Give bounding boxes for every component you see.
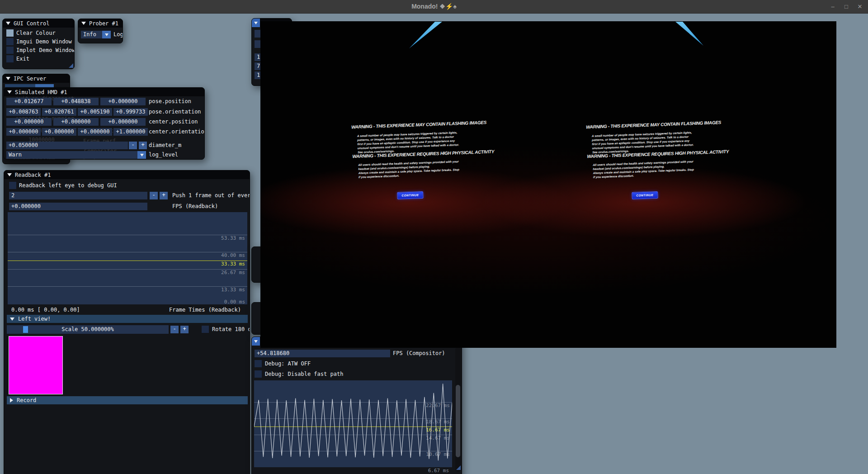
implot-demo-checkbox[interactable]: [6, 47, 14, 54]
exit-checkbox[interactable]: [6, 55, 14, 62]
vr-right-eye-warning: WARNING - THIS EXPERIENCE MAY CONTAIN FL…: [586, 118, 702, 209]
collapse-icon[interactable]: [7, 90, 12, 94]
collapse-icon[interactable]: [81, 22, 86, 25]
pose-orientation-w[interactable]: +0.999733: [113, 108, 148, 116]
desktop: { "titlebar": { "title": "Monado! ❖⚡♠", …: [0, 0, 868, 474]
pose-orientation-y[interactable]: +0.020761: [42, 108, 76, 116]
prober-title: Prober #1: [89, 20, 118, 27]
readback-window[interactable]: Readback #1 Readback left eye to debug G…: [4, 170, 250, 474]
prober-log-combo[interactable]: Info: [81, 31, 111, 38]
imgui-demo-label: Imgui Demo Window: [16, 38, 72, 46]
pose-position-z[interactable]: +0.000000: [100, 98, 146, 105]
collapse-icon[interactable]: [7, 173, 12, 176]
slider-grab[interactable]: [23, 326, 28, 333]
log-level-label: log_level: [149, 151, 178, 159]
center-orientation-z[interactable]: +0.000000: [78, 128, 112, 136]
rotate-180-checkbox[interactable]: [202, 326, 209, 333]
prober-window[interactable]: Prober #1 Info Log: [78, 19, 123, 43]
combo-arrow[interactable]: [137, 151, 146, 159]
center-orientation-w[interactable]: +1.000000: [113, 128, 148, 136]
debug-atw-checkbox[interactable]: [255, 360, 262, 367]
pose-position-y[interactable]: +0.048838: [53, 98, 99, 105]
tick-label: 6.67 ms: [428, 468, 449, 474]
tick-label: 40.00 ms: [221, 252, 245, 258]
debug-fast-path-checkbox[interactable]: [255, 370, 262, 378]
pose-position-label: pose.position: [149, 98, 191, 105]
chevron-right-icon: [10, 398, 13, 403]
gridline: [8, 286, 247, 287]
compositor-window[interactable]: +54.818680 FPS (Compositor) Debug: ATW O…: [251, 337, 462, 474]
continue-button[interactable]: CONTINUE: [397, 191, 424, 199]
center-orientation-y[interactable]: +0.000000: [42, 128, 76, 136]
push-frames-plus-button[interactable]: +: [160, 192, 168, 199]
scale-plus-button[interactable]: +: [180, 326, 189, 333]
tick-label: 53.33 ms: [221, 235, 245, 241]
readback-title: Readback #1: [15, 172, 51, 178]
gui-control-titlebar[interactable]: GUI Control: [3, 19, 74, 28]
readback-titlebar[interactable]: Readback #1: [4, 171, 250, 179]
scrollbar-thumb[interactable]: [456, 385, 460, 457]
streak-right-eye: [675, 22, 703, 46]
pose-orientation-label: pose.orientation: [149, 108, 201, 116]
collapse-icon[interactable]: [6, 22, 10, 25]
prober-titlebar[interactable]: Prober #1: [78, 19, 123, 28]
ipc-server-titlebar[interactable]: IPC Server: [3, 74, 70, 83]
log-level-combo[interactable]: Warn: [6, 151, 146, 159]
collapse-icon[interactable]: [6, 77, 10, 80]
os-titlebar[interactable]: Monado! ❖⚡♠ – □ ✕: [0, 0, 868, 14]
fps-readback-label: FPS (Readback): [172, 203, 218, 210]
left-view-title: Left view!: [18, 316, 51, 322]
imgui-demo-checkbox[interactable]: [6, 38, 14, 45]
push-frames-input[interactable]: 2: [9, 192, 147, 199]
left-view-header[interactable]: Left view!: [7, 315, 248, 323]
continue-button[interactable]: CONTINUE: [632, 191, 658, 199]
warning-activity-body: All users should read the health and saf…: [593, 159, 695, 179]
gridline: [8, 252, 247, 252]
gui-control-window[interactable]: GUI Control Clear Colour Imgui Demo Wind…: [2, 19, 75, 69]
resize-grip[interactable]: [69, 63, 73, 68]
fps-compositor-field[interactable]: +54.818680: [255, 350, 390, 357]
diameter-input[interactable]: +0.050000: [6, 142, 128, 149]
record-title: Record: [17, 397, 36, 403]
scale-slider[interactable]: Scale 50.000000%: [7, 325, 169, 334]
warning-flashing-title: WARNING - THIS EXPERIENCE MAY CONTAIN FL…: [351, 121, 464, 130]
readback-left-eye-checkbox[interactable]: [9, 182, 16, 189]
center-position-z[interactable]: +0.000000: [100, 118, 146, 126]
center-position-label: center.position: [149, 118, 198, 126]
diameter-plus-button[interactable]: +: [139, 142, 147, 149]
compositor-frame-times-plot[interactable]: 22.67 ms 18.67 ms 16.67 ms 14.67 ms 10.6…: [254, 380, 452, 467]
ipc-progress-bar: [5, 84, 54, 87]
diameter-minus-button[interactable]: -: [129, 142, 137, 149]
fps-readback-field[interactable]: +0.000000: [9, 203, 147, 210]
readback-plot-label: Frame Times (Readback): [169, 306, 241, 314]
readback-frame-times-plot[interactable]: 53.33 ms 40.00 ms 33.33 ms 26.67 ms 13.3…: [8, 212, 247, 304]
warning-flashing-title: WARNING - THIS EXPERIENCE MAY CONTAIN FL…: [586, 121, 699, 130]
resize-grip[interactable]: [456, 465, 461, 470]
pose-position-x[interactable]: +0.012677: [6, 98, 52, 105]
center-orientation-x[interactable]: +0.000000: [6, 128, 41, 136]
simulated-hmd-window[interactable]: Simulated HMD #1 exit on disconnect runn…: [4, 87, 205, 160]
collapse-icon[interactable]: [252, 337, 260, 346]
collapse-icon[interactable]: [252, 19, 260, 27]
ipc-server-title: IPC Server: [14, 76, 46, 82]
close-button[interactable]: ✕: [854, 0, 866, 14]
simulated-hmd-title: Simulated HMD #1: [15, 89, 67, 95]
pose-orientation-z[interactable]: +0.005190: [78, 108, 112, 116]
combo-arrow[interactable]: [102, 31, 111, 38]
scale-minus-button[interactable]: -: [170, 326, 179, 333]
minimize-button[interactable]: –: [826, 0, 839, 14]
center-position-y[interactable]: +0.000000: [53, 118, 99, 126]
plot-status-text: 0.00 ms [ 0.00, 0.00]: [11, 306, 80, 314]
center-position-x[interactable]: +0.000000: [6, 118, 52, 126]
pose-orientation-x[interactable]: +0.008763: [6, 108, 41, 116]
maximize-button[interactable]: □: [840, 0, 853, 14]
clear-colour-checkbox[interactable]: [6, 29, 14, 37]
clear-colour-label: Clear Colour: [16, 29, 56, 37]
push-frames-minus-button[interactable]: -: [150, 192, 158, 199]
tick-label: 0.00 ms: [224, 299, 245, 305]
collapse-icon: [10, 318, 14, 321]
scrollbar[interactable]: [455, 347, 461, 472]
record-header[interactable]: Record: [7, 396, 248, 404]
log-level-value: Warn: [6, 151, 146, 159]
rotate-180-label: Rotate 180 de: [212, 326, 250, 333]
